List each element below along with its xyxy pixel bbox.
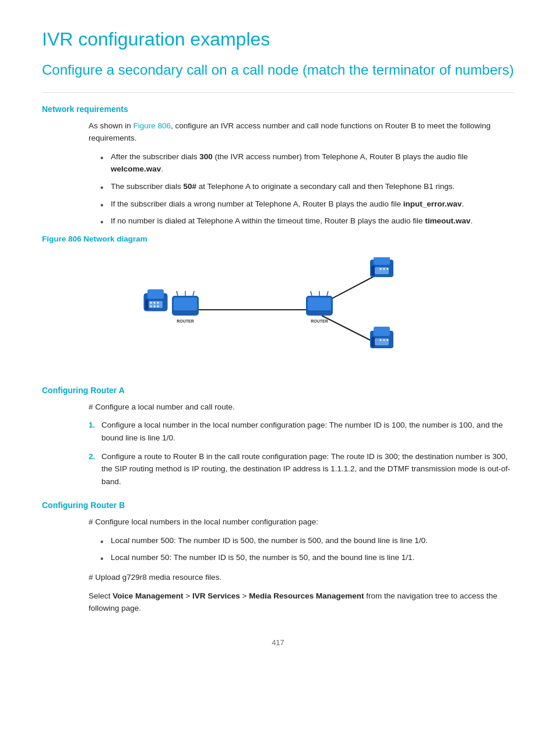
bullet-3: If the subscriber dials a wrong number a…	[100, 198, 514, 211]
bullet-4: If no number is dialed at Telephone A wi…	[100, 215, 514, 228]
page-title: IVR configuration examples	[42, 28, 514, 50]
configuring-router-b-heading: Configuring Router B	[42, 501, 514, 510]
svg-rect-19	[174, 311, 197, 314]
router-b-select-note: Select Voice Management > IVR Services >…	[89, 590, 514, 615]
svg-rect-35	[374, 327, 390, 336]
router-b: ROUTER	[306, 291, 333, 323]
svg-line-17	[193, 291, 194, 296]
telephone-a	[144, 289, 167, 311]
router-a-intro: # Configure a local number and call rout…	[89, 401, 514, 414]
configuring-router-b-section: Configuring Router B # Configure local n…	[42, 501, 514, 615]
svg-rect-36	[375, 338, 389, 345]
svg-text:ROUTER: ROUTER	[311, 319, 328, 323]
svg-line-15	[177, 291, 178, 296]
router-b-bullet-1: Local number 500: The number ID is 500, …	[100, 534, 514, 547]
svg-rect-26	[308, 311, 331, 314]
configuring-router-a-section: Configuring Router A # Configure a local…	[42, 386, 514, 488]
network-requirements-heading: Network requirements	[42, 104, 514, 114]
svg-rect-4	[147, 289, 164, 299]
network-requirements-section: Network requirements As shown in Figure …	[42, 104, 514, 368]
bullet-1: After the subscriber dials 300 (the IVR …	[100, 150, 514, 176]
router-a-steps: Configure a local number in the local nu…	[89, 419, 514, 488]
router-a-step-1: Configure a local number in the local nu…	[89, 419, 514, 444]
svg-point-32	[383, 268, 385, 270]
svg-rect-14	[174, 298, 197, 310]
svg-rect-28	[374, 257, 390, 265]
svg-point-12	[157, 305, 159, 307]
section-title: Configure a secondary call on a call nod…	[42, 61, 514, 79]
svg-point-7	[150, 302, 152, 303]
router-b-intro: # Configure local numbers in the local n…	[89, 516, 514, 528]
svg-point-31	[380, 268, 382, 270]
svg-rect-29	[375, 267, 389, 274]
network-diagram-figure: ROUTER ROUTER	[42, 251, 514, 368]
svg-line-2	[322, 316, 377, 344]
router-a-step-2: Configure a route to Router B in the cal…	[89, 450, 514, 488]
svg-point-40	[387, 339, 389, 341]
router-b-bullets: Local number 500: The number ID is 500, …	[100, 534, 514, 564]
telephone-b1	[370, 257, 393, 277]
router-b-bullet-2: Local number 50: The number ID is 50, th…	[100, 551, 514, 564]
svg-point-8	[154, 302, 156, 303]
network-requirements-intro: As shown in Figure 806, configure an IVR…	[89, 120, 514, 145]
svg-line-24	[327, 291, 328, 296]
svg-point-9	[157, 302, 159, 303]
router-b-upload-note: # Upload g729r8 media resource files.	[89, 571, 514, 584]
configuring-router-a-heading: Configuring Router A	[42, 386, 514, 395]
bullet-2: The subscriber dials 50# at Telephone A …	[100, 180, 514, 193]
network-diagram: ROUTER ROUTER	[126, 257, 430, 362]
svg-rect-30	[371, 265, 375, 276]
svg-point-39	[383, 339, 385, 341]
svg-point-33	[387, 268, 389, 270]
figure-label: Figure 806 Network diagram	[42, 235, 514, 243]
svg-text:ROUTER: ROUTER	[177, 319, 194, 323]
svg-rect-37	[371, 337, 375, 347]
figure-806-link[interactable]: Figure 806	[133, 121, 171, 130]
svg-point-11	[154, 305, 156, 307]
svg-point-38	[380, 339, 382, 341]
telephone-b2	[370, 327, 393, 348]
diagram-svg: ROUTER ROUTER	[126, 257, 430, 362]
svg-rect-6	[145, 299, 149, 310]
svg-point-10	[150, 305, 152, 307]
router-a: ROUTER	[172, 291, 199, 323]
network-requirements-bullets: After the subscriber dials 300 (the IVR …	[100, 150, 514, 228]
svg-line-22	[311, 291, 312, 296]
page-number: 417	[42, 638, 514, 647]
svg-rect-21	[308, 298, 331, 310]
divider	[42, 92, 514, 93]
